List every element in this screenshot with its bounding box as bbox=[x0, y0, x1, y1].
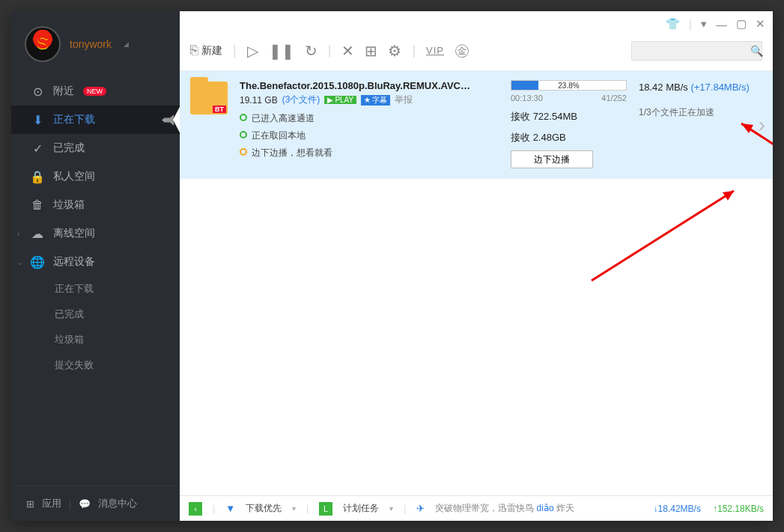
nav-offline[interactable]: › ☁ 离线空间 bbox=[11, 219, 180, 248]
recv-row-1: 接收 722.54MB bbox=[511, 110, 627, 123]
avatar[interactable] bbox=[25, 26, 61, 62]
separator: | bbox=[233, 43, 237, 58]
sb-ok-icon[interactable]: ‹ bbox=[189, 502, 202, 516]
currency-button[interactable]: ㊎ bbox=[455, 40, 470, 61]
username: tonywork bbox=[70, 38, 112, 50]
pieces: 41/252 bbox=[601, 94, 627, 103]
sb-priority[interactable]: 下载优先 bbox=[246, 502, 282, 515]
remote-sub-failed[interactable]: 提交失败 bbox=[11, 352, 180, 378]
progress-pct: 23.8% bbox=[511, 81, 626, 91]
task-size: 19.11 GB bbox=[240, 95, 278, 106]
speed-boost: (+17.84MB/s) bbox=[690, 82, 749, 93]
nav-label: 附近 bbox=[53, 85, 74, 98]
nav-nearby[interactable]: ⊙ 附近 NEW bbox=[11, 77, 180, 106]
remote-sub-completed[interactable]: 已完成 bbox=[11, 302, 180, 327]
nav-label: 已完成 bbox=[53, 141, 85, 155]
close-icon[interactable]: ✕ bbox=[756, 17, 765, 31]
sb-promo[interactable]: 突破物理带宽，迅雷快鸟 diǎo 炸天 bbox=[435, 502, 574, 515]
separator: | bbox=[213, 504, 215, 514]
new-badge: NEW bbox=[83, 87, 106, 96]
sb-plan[interactable]: 计划任务 bbox=[343, 502, 379, 515]
sb-down-speed: ↓18.42MB/s bbox=[654, 504, 701, 514]
expand-icon[interactable]: › bbox=[17, 230, 19, 238]
shirt-icon[interactable]: 👕 bbox=[666, 17, 680, 31]
nav-downloading[interactable]: ⬇ 正在下载 bbox=[11, 106, 180, 134]
task-speed: 18.42 MB/s (+17.84MB/s) 1/3个文件正在加速 bbox=[639, 80, 762, 168]
menu-icon[interactable]: ▾ bbox=[701, 17, 707, 31]
task-progress: 23.8% 00:13:30 41/252 接收 722.54MB 接收 2.4… bbox=[511, 80, 627, 168]
toolbar: ⎘ 新建 | ▷ ❚❚ ↻ | ✕ ⊞ ⚙ | VIP ㊎ 🔍 bbox=[180, 31, 773, 71]
progress-bar: 23.8% bbox=[511, 80, 627, 91]
task-detail-arrow[interactable]: › bbox=[759, 113, 765, 137]
globe-icon: 🌐 bbox=[31, 255, 44, 269]
maximize-icon[interactable]: ▢ bbox=[736, 17, 747, 31]
start-button[interactable]: ▷ bbox=[247, 42, 258, 60]
remote-sub-trash[interactable]: 垃圾箱 bbox=[11, 327, 180, 352]
nav-label: 离线空间 bbox=[53, 227, 95, 240]
nav-private[interactable]: 🔒 私人空间 bbox=[11, 162, 180, 191]
restart-button[interactable]: ↻ bbox=[305, 42, 317, 60]
sidebar-footer: ⊞ 应用 | 💬 消息中心 bbox=[11, 486, 180, 521]
sb-speeds: ↓18.42MB/s ↑152.18KB/s bbox=[654, 504, 764, 514]
msg-label[interactable]: 消息中心 bbox=[98, 497, 137, 510]
user-caret-icon[interactable]: ◢ bbox=[124, 40, 129, 48]
app-window: tonywork ◢ ⊙ 附近 NEW ⬇ 正在下载 ✓ 已完成 🔒 私人空间 bbox=[11, 11, 773, 521]
sb-priority-icon: ▼ bbox=[225, 503, 235, 514]
check-icon: ✓ bbox=[31, 141, 44, 155]
task-list: The.Benefactor.2015.1080p.BluRay.REMUX.A… bbox=[180, 71, 773, 495]
dot-icon bbox=[240, 131, 247, 138]
download-task[interactable]: The.Benefactor.2015.1080p.BluRay.REMUX.A… bbox=[180, 71, 773, 179]
separator: | bbox=[306, 504, 309, 514]
chevron-down-icon[interactable]: ▾ bbox=[292, 504, 296, 513]
status-list: 已进入高速通道 正在取回本地 边下边播，想看就看 bbox=[240, 112, 499, 159]
apps-icon[interactable]: ⊞ bbox=[26, 498, 34, 510]
chevron-down-icon[interactable]: ▾ bbox=[389, 504, 393, 513]
window-controls: 👕 | ▾ — ▢ ✕ bbox=[666, 17, 765, 31]
task-files[interactable]: (3个文件) bbox=[282, 94, 320, 106]
task-title: The.Benefactor.2015.1080p.BluRay.REMUX.A… bbox=[240, 80, 472, 91]
report-link[interactable]: 举报 bbox=[395, 94, 413, 106]
nav-label: 私人空间 bbox=[53, 170, 95, 183]
main-area: 👕 | ▾ — ▢ ✕ ⎘ 新建 | ▷ ❚❚ ↻ | ✕ ⊞ ⚙ | VIP … bbox=[180, 11, 773, 521]
pause-button[interactable]: ❚❚ bbox=[269, 42, 294, 60]
play-while-download-button[interactable]: 边下边播 bbox=[511, 150, 593, 168]
collapse-icon[interactable]: ⌄ bbox=[17, 258, 23, 266]
subtitle-badge[interactable]: ★字幕 bbox=[361, 95, 390, 106]
sidebar: tonywork ◢ ⊙ 附近 NEW ⬇ 正在下载 ✓ 已完成 🔒 私人空间 bbox=[11, 11, 180, 521]
download-icon: ⬇ bbox=[31, 113, 44, 126]
grid-button[interactable]: ⊞ bbox=[365, 42, 377, 60]
new-task-button[interactable]: ⎘ 新建 bbox=[190, 43, 222, 58]
new-label: 新建 bbox=[201, 44, 222, 58]
delete-button[interactable]: ✕ bbox=[341, 42, 354, 60]
search-box[interactable]: 🔍 bbox=[631, 41, 762, 61]
nav-trash[interactable]: 🗑 垃圾箱 bbox=[11, 191, 180, 219]
nav-remote[interactable]: ⌄ 🌐 远程设备 bbox=[11, 248, 180, 276]
nav-label: 垃圾箱 bbox=[53, 198, 85, 212]
msg-icon[interactable]: 💬 bbox=[79, 498, 91, 510]
accel-status: 1/3个文件正在加速 bbox=[639, 106, 762, 119]
nav-label: 正在下载 bbox=[53, 113, 95, 126]
settings-button[interactable]: ⚙ bbox=[388, 42, 401, 60]
separator: | bbox=[69, 498, 71, 510]
dot-icon bbox=[240, 114, 247, 121]
search-input[interactable] bbox=[638, 46, 750, 56]
search-icon[interactable]: 🔍 bbox=[750, 45, 763, 57]
dot-icon bbox=[240, 148, 247, 156]
nav-completed[interactable]: ✓ 已完成 bbox=[11, 134, 180, 162]
nav-label: 远程设备 bbox=[53, 255, 95, 269]
pin-icon: ⊙ bbox=[31, 85, 44, 98]
remote-sub-downloading[interactable]: 正在下载 bbox=[11, 276, 180, 302]
svg-marker-1 bbox=[723, 191, 734, 201]
vip-button[interactable]: VIP bbox=[426, 45, 444, 56]
separator: | bbox=[328, 43, 332, 58]
status-item: 已进入高速通道 bbox=[240, 112, 499, 125]
sb-up-speed: ↑152.18KB/s bbox=[713, 504, 764, 514]
minimize-icon[interactable]: — bbox=[716, 18, 727, 31]
user-block[interactable]: tonywork ◢ bbox=[11, 11, 180, 73]
apps-label[interactable]: 应用 bbox=[42, 497, 61, 510]
separator: | bbox=[404, 504, 406, 514]
eta: 00:13:30 bbox=[511, 94, 543, 103]
sb-bird-icon: ✈ bbox=[416, 503, 425, 514]
task-meta: 19.11 GB (3个文件) ▶PLAY ★字幕 举报 bbox=[240, 94, 499, 106]
play-badge[interactable]: ▶PLAY bbox=[324, 96, 356, 104]
